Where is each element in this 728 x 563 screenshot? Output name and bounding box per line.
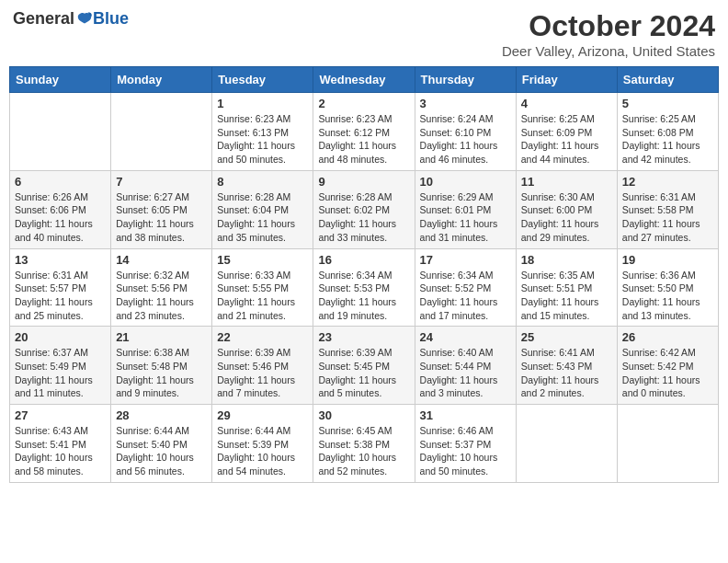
calendar-cell: 26Sunrise: 6:42 AMSunset: 5:42 PMDayligh… bbox=[617, 327, 718, 405]
day-detail: Sunrise: 6:36 AMSunset: 5:50 PMDaylight:… bbox=[622, 269, 713, 323]
day-detail: Sunrise: 6:29 AMSunset: 6:01 PMDaylight:… bbox=[420, 190, 511, 245]
calendar-cell: 25Sunrise: 6:41 AMSunset: 5:43 PMDayligh… bbox=[516, 327, 617, 405]
day-detail: Sunrise: 6:39 AMSunset: 5:46 PMDaylight:… bbox=[217, 346, 308, 400]
day-detail: Sunrise: 6:30 AMSunset: 6:00 PMDaylight:… bbox=[521, 190, 612, 245]
day-detail: Sunrise: 6:46 AMSunset: 5:37 PMDaylight:… bbox=[420, 424, 511, 478]
calendar-week-row: 13Sunrise: 6:31 AMSunset: 5:57 PMDayligh… bbox=[10, 248, 719, 327]
day-detail: Sunrise: 6:38 AMSunset: 5:48 PMDaylight:… bbox=[116, 346, 207, 400]
calendar-header: SundayMondayTuesdayWednesdayThursdayFrid… bbox=[10, 67, 719, 93]
calendar-cell: 6Sunrise: 6:26 AMSunset: 6:06 PMDaylight… bbox=[10, 170, 111, 248]
location-subtitle: Deer Valley, Arizona, United States bbox=[502, 43, 715, 59]
day-detail: Sunrise: 6:28 AMSunset: 6:04 PMDaylight:… bbox=[217, 190, 308, 245]
day-number: 25 bbox=[521, 330, 612, 344]
calendar-cell: 28Sunrise: 6:44 AMSunset: 5:40 PMDayligh… bbox=[111, 405, 212, 483]
calendar-week-row: 27Sunrise: 6:43 AMSunset: 5:41 PMDayligh… bbox=[10, 405, 719, 483]
calendar-cell: 10Sunrise: 6:29 AMSunset: 6:01 PMDayligh… bbox=[415, 170, 516, 248]
calendar-cell: 16Sunrise: 6:34 AMSunset: 5:53 PMDayligh… bbox=[313, 248, 415, 327]
day-number: 17 bbox=[420, 253, 511, 267]
calendar-cell: 22Sunrise: 6:39 AMSunset: 5:46 PMDayligh… bbox=[212, 327, 313, 405]
day-detail: Sunrise: 6:45 AMSunset: 5:38 PMDaylight:… bbox=[318, 424, 409, 478]
day-detail: Sunrise: 6:28 AMSunset: 6:02 PMDaylight:… bbox=[318, 190, 409, 245]
day-number: 23 bbox=[318, 330, 409, 344]
day-number: 30 bbox=[318, 408, 409, 422]
weekday-header-thursday: Thursday bbox=[415, 67, 516, 93]
calendar-cell: 1Sunrise: 6:23 AMSunset: 6:13 PMDaylight… bbox=[212, 93, 313, 171]
day-detail: Sunrise: 6:33 AMSunset: 5:55 PMDaylight:… bbox=[217, 269, 308, 323]
calendar-cell: 21Sunrise: 6:38 AMSunset: 5:48 PMDayligh… bbox=[111, 327, 212, 405]
calendar-cell: 3Sunrise: 6:24 AMSunset: 6:10 PMDaylight… bbox=[415, 93, 516, 171]
day-detail: Sunrise: 6:39 AMSunset: 5:45 PMDaylight:… bbox=[318, 346, 409, 400]
calendar-cell: 24Sunrise: 6:40 AMSunset: 5:44 PMDayligh… bbox=[415, 327, 516, 405]
day-detail: Sunrise: 6:24 AMSunset: 6:10 PMDaylight:… bbox=[420, 112, 511, 167]
day-number: 19 bbox=[622, 253, 713, 267]
day-detail: Sunrise: 6:41 AMSunset: 5:43 PMDaylight:… bbox=[521, 346, 612, 400]
weekday-header-monday: Monday bbox=[111, 67, 212, 93]
day-number: 9 bbox=[318, 175, 409, 189]
calendar-cell: 23Sunrise: 6:39 AMSunset: 5:45 PMDayligh… bbox=[313, 327, 415, 405]
day-detail: Sunrise: 6:27 AMSunset: 6:05 PMDaylight:… bbox=[116, 190, 207, 245]
calendar-cell: 29Sunrise: 6:44 AMSunset: 5:39 PMDayligh… bbox=[212, 405, 313, 483]
logo-blue-text: Blue bbox=[93, 9, 129, 29]
day-number: 5 bbox=[622, 97, 713, 110]
day-detail: Sunrise: 6:32 AMSunset: 5:56 PMDaylight:… bbox=[116, 269, 207, 323]
calendar-cell: 27Sunrise: 6:43 AMSunset: 5:41 PMDayligh… bbox=[10, 405, 111, 483]
day-number: 31 bbox=[420, 408, 511, 422]
calendar-body: 1Sunrise: 6:23 AMSunset: 6:13 PMDaylight… bbox=[10, 93, 719, 483]
calendar-cell: 9Sunrise: 6:28 AMSunset: 6:02 PMDaylight… bbox=[313, 170, 415, 248]
calendar-cell: 19Sunrise: 6:36 AMSunset: 5:50 PMDayligh… bbox=[617, 248, 718, 327]
calendar-cell: 11Sunrise: 6:30 AMSunset: 6:00 PMDayligh… bbox=[516, 170, 617, 248]
calendar-cell: 12Sunrise: 6:31 AMSunset: 5:58 PMDayligh… bbox=[617, 170, 718, 248]
day-detail: Sunrise: 6:31 AMSunset: 5:57 PMDaylight:… bbox=[15, 269, 106, 323]
calendar-cell bbox=[617, 405, 718, 483]
day-number: 16 bbox=[318, 253, 409, 267]
calendar-cell bbox=[516, 405, 617, 483]
day-number: 2 bbox=[318, 97, 409, 110]
day-detail: Sunrise: 6:23 AMSunset: 6:12 PMDaylight:… bbox=[318, 112, 409, 167]
day-number: 29 bbox=[217, 408, 308, 422]
day-detail: Sunrise: 6:25 AMSunset: 6:09 PMDaylight:… bbox=[521, 112, 612, 167]
logo: General Blue bbox=[13, 9, 129, 29]
calendar-week-row: 1Sunrise: 6:23 AMSunset: 6:13 PMDaylight… bbox=[10, 93, 719, 171]
day-number: 6 bbox=[15, 175, 106, 189]
weekday-header-tuesday: Tuesday bbox=[212, 67, 313, 93]
day-number: 13 bbox=[15, 253, 106, 267]
calendar-cell: 5Sunrise: 6:25 AMSunset: 6:08 PMDaylight… bbox=[617, 93, 718, 171]
calendar-cell bbox=[10, 93, 111, 171]
calendar-cell: 4Sunrise: 6:25 AMSunset: 6:09 PMDaylight… bbox=[516, 93, 617, 171]
day-number: 20 bbox=[15, 330, 106, 344]
day-detail: Sunrise: 6:40 AMSunset: 5:44 PMDaylight:… bbox=[420, 346, 511, 400]
day-number: 15 bbox=[217, 253, 308, 267]
logo-bird-icon bbox=[76, 11, 93, 28]
day-number: 3 bbox=[420, 97, 511, 110]
day-number: 21 bbox=[116, 330, 207, 344]
day-detail: Sunrise: 6:43 AMSunset: 5:41 PMDaylight:… bbox=[15, 424, 106, 478]
day-detail: Sunrise: 6:26 AMSunset: 6:06 PMDaylight:… bbox=[15, 190, 106, 245]
day-detail: Sunrise: 6:25 AMSunset: 6:08 PMDaylight:… bbox=[622, 112, 713, 167]
calendar-cell: 30Sunrise: 6:45 AMSunset: 5:38 PMDayligh… bbox=[313, 405, 415, 483]
weekday-header-friday: Friday bbox=[516, 67, 617, 93]
day-detail: Sunrise: 6:37 AMSunset: 5:49 PMDaylight:… bbox=[15, 346, 106, 400]
day-number: 28 bbox=[116, 408, 207, 422]
calendar-cell: 20Sunrise: 6:37 AMSunset: 5:49 PMDayligh… bbox=[10, 327, 111, 405]
day-number: 10 bbox=[420, 175, 511, 189]
day-number: 12 bbox=[622, 175, 713, 189]
calendar-cell: 14Sunrise: 6:32 AMSunset: 5:56 PMDayligh… bbox=[111, 248, 212, 327]
day-number: 8 bbox=[217, 175, 308, 189]
day-detail: Sunrise: 6:44 AMSunset: 5:40 PMDaylight:… bbox=[116, 424, 207, 478]
calendar-cell: 31Sunrise: 6:46 AMSunset: 5:37 PMDayligh… bbox=[415, 405, 516, 483]
month-title: October 2024 bbox=[502, 9, 715, 43]
day-number: 22 bbox=[217, 330, 308, 344]
page-header: General Blue October 2024 Deer Valley, A… bbox=[9, 9, 719, 59]
day-detail: Sunrise: 6:31 AMSunset: 5:58 PMDaylight:… bbox=[622, 190, 713, 245]
weekday-header-wednesday: Wednesday bbox=[313, 67, 415, 93]
day-detail: Sunrise: 6:44 AMSunset: 5:39 PMDaylight:… bbox=[217, 424, 308, 478]
day-number: 1 bbox=[217, 97, 308, 110]
weekday-header-row: SundayMondayTuesdayWednesdayThursdayFrid… bbox=[10, 67, 719, 93]
day-number: 14 bbox=[116, 253, 207, 267]
day-detail: Sunrise: 6:35 AMSunset: 5:51 PMDaylight:… bbox=[521, 269, 612, 323]
day-number: 11 bbox=[521, 175, 612, 189]
day-detail: Sunrise: 6:23 AMSunset: 6:13 PMDaylight:… bbox=[217, 112, 308, 167]
weekday-header-saturday: Saturday bbox=[617, 67, 718, 93]
day-number: 24 bbox=[420, 330, 511, 344]
calendar-cell bbox=[111, 93, 212, 171]
